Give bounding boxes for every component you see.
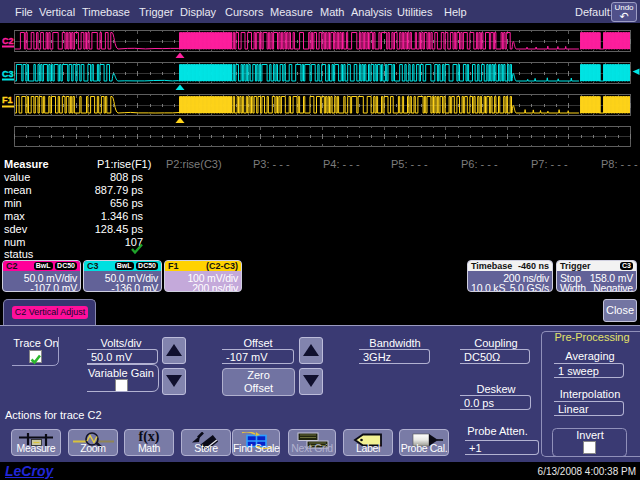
svg-text:F1: F1 (2, 95, 13, 105)
svg-text:C3: C3 (2, 69, 14, 79)
svg-text:C2: C2 (2, 36, 14, 46)
